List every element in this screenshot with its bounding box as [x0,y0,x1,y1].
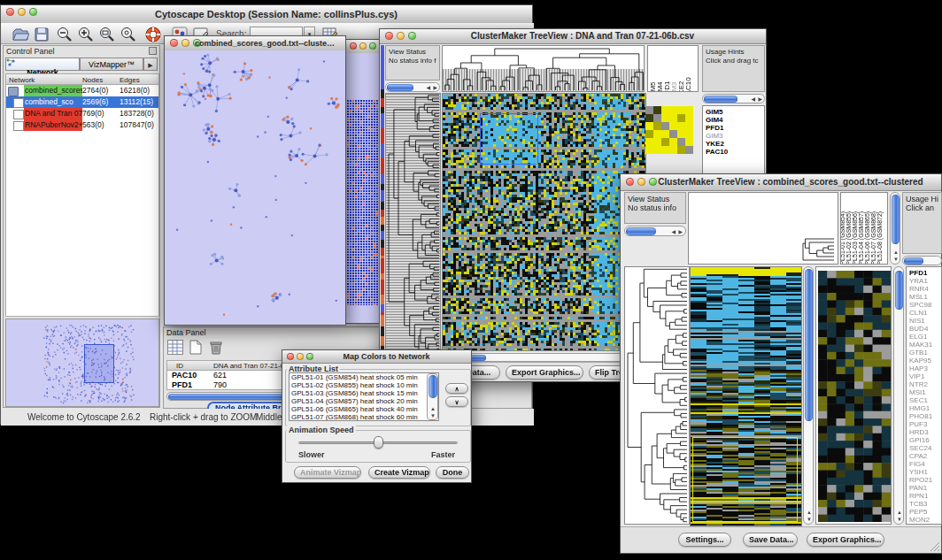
minimize-button[interactable] [18,8,26,16]
tv2-heatmap-vscrollbar[interactable]: ▲▼ [803,266,814,525]
tv1-status-scrollbar[interactable]: ◀▶ [385,82,440,92]
matrix-cell[interactable] [661,106,669,114]
gene-list-item[interactable]: PEP5 [909,508,941,516]
network-row[interactable]: combined_scores2764(0)16218(0) [6,85,158,96]
matrix-cell[interactable] [685,146,693,154]
done-button[interactable]: Done [436,466,469,479]
matrix-cell[interactable] [653,130,661,138]
network-overview-panel[interactable] [5,318,159,407]
close-button[interactable] [6,8,14,16]
matrix-cell[interactable] [661,146,669,154]
open-file-icon[interactable] [12,26,29,43]
gene-list-item[interactable]: SEC1 [909,396,941,404]
network2-canvas-area[interactable] [346,53,380,323]
gene-list-item[interactable]: HAP3 [909,364,941,372]
save-icon[interactable] [33,26,50,43]
array-column-label[interactable]: GPL51-03 (GSM856) [852,211,858,265]
move-down-button[interactable]: ∨ [445,396,468,407]
attribute-list-item[interactable]: GPL51-06 (GSM865) heat shock 40 min [290,405,438,413]
zoom-selected-icon[interactable] [120,26,137,43]
close-button[interactable] [170,39,178,47]
matrix-cell[interactable] [677,130,685,138]
dialog-titlebar[interactable]: Map Colors to Network [282,350,471,364]
matrix-cell[interactable] [645,114,653,122]
matrix-cell[interactable] [669,114,677,122]
close-button[interactable] [626,178,634,186]
attribute-list-vscrollbar[interactable]: ▲▼ [427,373,438,420]
save-data-button[interactable]: Save Data... [743,533,798,547]
matrix-cell[interactable] [685,138,693,146]
minimize-button[interactable] [397,32,405,40]
attribute-list-item[interactable]: GPL51-01 (GSM854) heat shock 05 min [290,373,438,381]
zoom-button[interactable] [369,42,376,50]
zoom-in-icon[interactable] [77,26,95,43]
tv1-right-scrollbar[interactable]: ◀▶ [702,94,765,104]
array-column-label[interactable]: GPL51-06 (GSM865) [864,211,870,265]
network2-titlebar[interactable] [346,40,380,54]
minimize-button[interactable] [297,353,304,360]
gene-list-item[interactable]: RPO21 [909,476,941,484]
matrix-cell[interactable] [677,106,685,114]
tv1-heatmap-hscrollbar[interactable] [442,353,646,362]
gene-list-item[interactable]: SEC24 [909,444,941,452]
matrix-cell[interactable] [661,114,669,122]
gene-list-item[interactable]: RPN1 [909,492,941,500]
gene-list-item[interactable]: GPI16 [909,436,941,444]
gene-list-item[interactable]: PHO81 [909,412,941,420]
matrix-cell[interactable] [677,114,685,122]
matrix-cell[interactable] [685,130,693,138]
matrix-cell[interactable] [669,106,677,114]
export-graphics-button[interactable]: Export Graphics... [506,365,583,380]
matrix-cell[interactable] [669,122,677,130]
network-row[interactable]: combined_sco2569(6)13112(15) [6,96,158,108]
gene-list-item[interactable]: YKE2 [706,140,764,148]
gene-list-item[interactable]: GIM5 [706,108,764,116]
gene-list-item[interactable]: KAP95 [909,357,941,364]
matrix-cell[interactable] [661,122,669,130]
gene-list-item[interactable]: MSI1 [909,388,941,396]
tv2-genelist-hscrollbar[interactable] [902,256,942,265]
animate-vizmap-button[interactable]: Animate Vizmap [294,466,361,479]
overview-selection-rect[interactable] [84,344,114,383]
attribute-list-item[interactable]: GPL51-04 (GSM857) heat shock 20 min [290,397,438,405]
matrix-cell[interactable] [685,122,693,130]
matrix-cell[interactable] [677,122,685,130]
minimize-button[interactable] [359,42,367,50]
matrix-cell[interactable] [653,114,661,122]
close-button[interactable] [385,32,393,40]
array-column-label[interactable]: GPL51-07 (GSM868) [870,211,876,265]
row-dendrogram[interactable] [385,93,441,360]
array-column-labels[interactable]: GPL51-01 (GSM854)GPL51-02 (GSM855)GPL51-… [840,192,888,265]
heatmap-main[interactable] [690,266,802,526]
matrix-cell[interactable] [645,122,653,130]
gene-list-item[interactable]: ELG1 [909,333,941,341]
matrix-cell[interactable] [677,146,685,154]
treeview1-titlebar[interactable]: ClusterMaker TreeView : DNA and Tran 07-… [380,29,766,44]
array-column-label[interactable]: GPL51-02 (GSM855) [845,211,852,265]
matrix-cell[interactable] [661,130,669,138]
gene-list-item[interactable]: PFD1 [706,124,764,132]
gene-list-item[interactable]: PAN1 [909,484,941,492]
matrix-cell[interactable] [653,146,661,154]
column-labels[interactable]: GIM5GIM4PFD1GIM3YKE2PAC10 [647,45,699,92]
gene-list-item[interactable]: CPA2 [909,452,941,460]
network-row[interactable]: RNAPuberNov2+563(0)107847(0) [6,119,158,131]
attribute-list-item[interactable]: GPL51-02 (GSM855) heat shock 10 min [290,381,438,389]
minimize-button[interactable] [181,39,189,47]
gene-list-item[interactable]: GIM3 [706,132,764,140]
matrix-cell[interactable] [653,106,661,114]
attribute-list[interactable]: GPL51-01 (GSM854) heat shock 05 minGPL51… [289,372,439,421]
minimize-button[interactable] [637,178,645,186]
gene-list-item[interactable]: RNR4 [909,285,941,293]
resize-grip[interactable] [930,541,940,552]
matrix-cell[interactable] [669,146,677,154]
attribute-list-item[interactable]: GPL51-07 (GSM868) heat shock 60 min [290,413,438,421]
animation-speed-slider[interactable] [298,435,458,449]
matrix-cell[interactable] [685,114,693,122]
network-titlebar[interactable]: combined_scores_good.txt--cluste… [165,36,345,51]
matrix-cell[interactable] [653,138,661,146]
gene-list-item[interactable]: HRD3 [909,428,941,436]
tab-overflow-button[interactable]: ▶ [143,58,158,71]
close-button[interactable] [350,42,357,50]
create-vizmap-button[interactable]: Create Vizmap [368,466,430,479]
